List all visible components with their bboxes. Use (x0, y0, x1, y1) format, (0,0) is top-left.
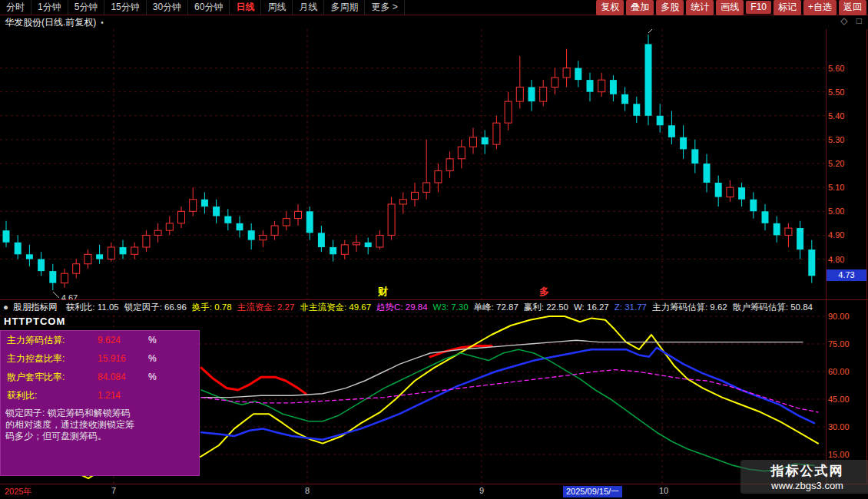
price-axis-label: 5.20 (828, 159, 863, 168)
time-axis-label: 10 (659, 486, 668, 495)
chip-tooltip: 主力筹码估算:9.624%主力控盘比率:15.916%散户套牢比率:84.084… (0, 330, 200, 476)
tooltip-unit: % (148, 353, 157, 364)
period-tab[interactable]: 30分钟 (147, 0, 188, 15)
indicator-axis-label: 90.00 (828, 312, 863, 321)
period-tab[interactable]: 更多 > (365, 0, 404, 15)
time-axis-label: 9 (479, 486, 484, 495)
indicator-stat: Z: 31.77 (615, 302, 647, 312)
current-price-tag: 4.73 (827, 269, 866, 281)
indicator-stat: 单峰: 72.87 (474, 302, 518, 312)
tooltip-desc-line: 码多少；但可盘测筹码。 (5, 431, 194, 442)
menubar: 分时1分钟5分钟15分钟30分钟60分钟日线周线月线多周期更多 > 复权叠加多股… (0, 0, 868, 15)
indicator-stats: 获利比: 11.05锁定因子: 66.96换手: 0.78主流资金: 2.27非… (66, 302, 818, 312)
price-axis-label: 4.90 (828, 230, 863, 240)
toolbar-button[interactable]: F10 (746, 1, 771, 14)
toolbar-button[interactable]: 复权 (596, 0, 624, 15)
indicator-header: ● 股朋指标网 获利比: 11.05锁定因子: 66.96换手: 0.78主流资… (3, 300, 865, 314)
price-axis-label: 5.30 (828, 135, 863, 144)
titlebar: 华发股份(日线.前复权) • ◇ □ (0, 15, 868, 29)
period-tab[interactable]: 分时 (0, 0, 31, 15)
tooltip-value: 9.624 (98, 335, 148, 345)
tooltip-value: 84.084 (98, 372, 148, 382)
indicator-stat: 获利比: 11.05 (66, 302, 119, 312)
watermark-title: 指标公式网 (747, 462, 868, 480)
app-window: 分时1分钟5分钟15分钟30分钟60分钟日线周线月线多周期更多 > 复权叠加多股… (0, 0, 868, 499)
signal-marker: 多 (539, 285, 549, 299)
period-tab[interactable]: 日线 (230, 0, 261, 15)
tooltip-label: 获利比: (7, 389, 98, 402)
price-axis-label: 5.00 (828, 207, 863, 216)
period-tab[interactable]: 60分钟 (188, 0, 230, 15)
price-axis-label: 5.10 (828, 183, 863, 192)
indicator-stat: 赢利: 22.50 (524, 302, 568, 312)
toolbar-button[interactable]: 画线 (716, 0, 744, 15)
site-watermark: 指标公式网 www.zbgs3.com (740, 460, 868, 494)
indicator-axis-label: 30.00 (828, 422, 863, 431)
tooltip-desc-line: 锁定因子: 锁定筹码和解锁筹码 (5, 408, 194, 419)
watermark-url: www.zbgs3.com (747, 480, 868, 491)
indicator-axis-label: 75.00 (828, 339, 863, 349)
price-axis-label: 5.60 (828, 64, 863, 73)
signal-marker: 财 (378, 285, 388, 299)
tooltip-row: 获利比:1.214 (1, 386, 199, 405)
tooltip-unit: % (148, 335, 157, 345)
indicator-stat: 非主流资金: 49.67 (300, 302, 371, 312)
axis-separator (826, 29, 827, 484)
price-axis-label: 4.80 (828, 255, 863, 264)
indicator-stat: 趋势C: 29.84 (376, 302, 427, 312)
diamond-icon[interactable]: ◇ (840, 15, 847, 26)
tooltip-description: 锁定因子: 锁定筹码和解锁筹码的相对速度，通过接收测锁定筹码多少；但可盘测筹码。 (1, 405, 199, 442)
period-menu: 分时1分钟5分钟15分钟30分钟60分钟日线周线月线多周期更多 > (0, 0, 405, 15)
separator-bottom (0, 484, 868, 484)
brand-dot-icon: ● (3, 302, 8, 312)
indicator-stat: W: 16.27 (574, 302, 609, 312)
tooltip-label: 主力筹码估算: (7, 334, 98, 347)
price-axis-label: 5.40 (828, 111, 863, 121)
time-axis: 2025年7892025/09/15/一10 (0, 484, 868, 499)
toolbar-button[interactable]: 统计 (686, 0, 714, 15)
status-dot-icon: • (96, 18, 104, 27)
period-tab[interactable]: 5分钟 (68, 0, 105, 15)
toolbar-button[interactable]: 叠加 (626, 0, 654, 15)
indicator-stat: 锁定因子: 66.96 (124, 302, 187, 312)
indicator-axis-label: 45.00 (828, 395, 863, 404)
tooltip-row: 散户套牢比率:84.084% (1, 368, 199, 386)
time-axis-label: 8 (305, 486, 310, 495)
tooltip-value: 1.214 (98, 390, 148, 401)
indicator-axis-label: 15.00 (828, 450, 863, 459)
tooltip-label: 散户套牢比率: (7, 371, 98, 384)
tooltip-row: 主力筹码估算:9.624% (1, 331, 199, 349)
brand-name: 股朋指标网 (13, 302, 58, 312)
indicator-stat: 换手: 0.78 (192, 302, 232, 312)
candlestick-chart[interactable]: 4.675.74 (0, 29, 827, 300)
price-axis-label: 5.50 (828, 88, 863, 97)
tooltip-row: 主力控盘比率:15.916% (1, 349, 199, 368)
toolbar-button[interactable]: 标记 (774, 0, 801, 15)
tool-menu: 复权叠加多股统计画线F10标记+自选返回 (594, 0, 868, 15)
period-tab[interactable]: 1分钟 (31, 0, 68, 15)
tooltip-value: 15.916 (98, 353, 148, 364)
title-icons: ◇ □ (834, 15, 862, 26)
time-axis-label: 7 (111, 486, 116, 495)
separator-main-indicator (0, 299, 868, 300)
period-tab[interactable]: 15分钟 (104, 0, 146, 15)
toolbar-button[interactable]: 返回 (839, 0, 866, 15)
tooltip-desc-line: 的相对速度，通过接收测锁定筹 (5, 419, 194, 431)
indicator-stat: W3: 7.30 (433, 302, 469, 312)
time-axis-label: 2025/09/15/一 (563, 486, 622, 497)
toolbar-button[interactable]: 多股 (656, 0, 684, 15)
indicator-axis-label: 60.00 (828, 367, 863, 376)
toolbar-button[interactable]: +自选 (803, 0, 837, 15)
tooltip-rows: 主力筹码估算:9.624%主力控盘比率:15.916%散户套牢比率:84.084… (1, 331, 199, 405)
indicator-stat: 主力筹码估算: 9.62 (652, 302, 727, 312)
period-tab[interactable]: 多周期 (324, 0, 365, 15)
indicator-stat: 主流资金: 2.27 (237, 302, 295, 312)
time-axis-label: 2025年 (5, 486, 31, 497)
period-tab[interactable]: 周线 (261, 0, 293, 15)
page-title: 华发股份(日线.前复权) (0, 16, 96, 29)
tooltip-unit: % (148, 372, 157, 382)
window-icon[interactable]: □ (856, 15, 862, 26)
right-border (866, 29, 867, 484)
tooltip-label: 主力控盘比率: (7, 352, 98, 365)
period-tab[interactable]: 月线 (293, 0, 324, 15)
